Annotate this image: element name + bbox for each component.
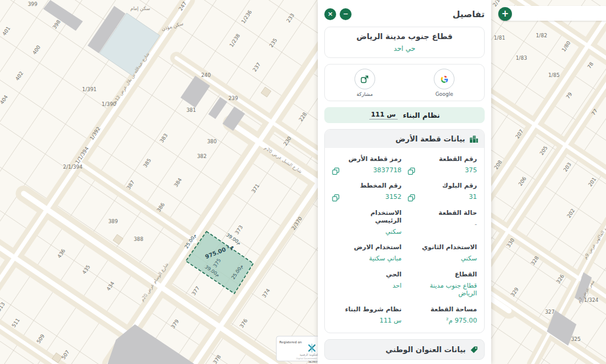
- close-button[interactable]: ×: [324, 8, 336, 20]
- land-field: رقم البلوك 31: [408, 182, 478, 201]
- panel-title: تفاصيل: [453, 9, 485, 19]
- city-icon: [469, 135, 478, 143]
- field-value: 375: [418, 166, 478, 174]
- map-label: 1/324: [584, 297, 599, 303]
- actions-card: Google مشاركة: [324, 64, 485, 101]
- map-label: 1/83: [515, 55, 527, 61]
- field-label: الاستخدام الرئيسي: [343, 209, 402, 224]
- land-field: القطاع قطاع جنوب مدينة الرياض: [408, 270, 478, 298]
- map-label: 399: [28, 1, 37, 7]
- map-label: 381: [186, 107, 196, 113]
- field-value: سكني: [418, 255, 478, 262]
- field-label: نظام شروط البناء: [343, 305, 402, 313]
- region-card: قطاع جنوب مدينة الرياض حي احد: [324, 27, 485, 58]
- land-section-header: بيانات قطعة الأرض: [325, 130, 484, 148]
- field-label: رقم القطعة: [418, 155, 478, 163]
- field-label: الحي: [343, 270, 402, 278]
- google-icon: [440, 75, 449, 84]
- field-value: س 111: [343, 317, 402, 324]
- field-label: الاستخدام الثانوي: [418, 243, 478, 251]
- copy-icon[interactable]: [332, 166, 340, 178]
- map-label: 2/1/394: [63, 164, 83, 170]
- zoom-in-button[interactable]: +: [498, 7, 512, 21]
- svg-text:362RO: 362RO: [308, 360, 318, 363]
- building-system-bar: نظام البناء س 111: [324, 107, 485, 123]
- map-label: 327: [545, 309, 555, 315]
- field-label: رمز قطعة الأرض: [343, 155, 402, 163]
- google-button[interactable]: Google: [405, 69, 485, 97]
- share-label: مشاركة: [357, 91, 373, 97]
- field-value: 31: [418, 193, 478, 201]
- map-label: 382: [197, 153, 207, 159]
- map-label: 240: [201, 72, 211, 78]
- region-title: قطاع جنوب مدينة الرياض: [328, 32, 481, 41]
- district-link[interactable]: حي احد: [328, 44, 481, 53]
- field-label: القطاع: [418, 270, 478, 278]
- svg-text:Registered on: Registered on: [279, 340, 302, 344]
- field-value: -: [418, 220, 478, 228]
- land-section-title: بيانات قطعة الأرض: [395, 134, 465, 143]
- map-label: 1/85: [548, 72, 559, 78]
- minimize-button[interactable]: −: [340, 8, 352, 20]
- land-data-section: بيانات قطعة الأرض رقم القطعة 375 رمز قطع…: [324, 129, 485, 333]
- land-field: الاستخدام الرئيسي سكني: [332, 209, 402, 236]
- field-label: استخدام الارض: [343, 243, 402, 251]
- field-value: سكني: [343, 228, 402, 236]
- copy-icon[interactable]: [408, 193, 415, 204]
- field-value: قطاع جنوب مدينة الرياض: [418, 282, 478, 298]
- land-field: مساحة القطعة 975.00 م²: [408, 305, 478, 324]
- map-label: 1/82: [536, 33, 547, 38]
- google-label: Google: [436, 91, 453, 97]
- land-field: رقم القطعة 375: [408, 155, 478, 174]
- map-label: 389: [108, 218, 118, 224]
- map-label: 388: [134, 236, 143, 242]
- land-field: الحي احد: [332, 270, 402, 298]
- map-label: 1/391: [82, 86, 97, 92]
- field-label: رقم البلوك: [418, 182, 478, 189]
- field-value: 3152: [343, 193, 402, 201]
- share-button[interactable]: مشاركة: [325, 69, 405, 97]
- panel-header: تفاصيل − ×: [324, 5, 485, 23]
- field-value: احد: [343, 282, 402, 289]
- building-system-label: نظام البناء: [403, 111, 440, 120]
- tag-icon: [470, 346, 478, 354]
- map-label: 239: [228, 95, 238, 101]
- map-label: 380: [207, 138, 217, 144]
- field-label: رقم المخطط: [343, 182, 402, 189]
- land-field: الاستخدام الثانوي سكني: [408, 243, 478, 262]
- field-label: حالة القطعة: [418, 209, 478, 217]
- address-section[interactable]: بيانات العنوان الوطني: [324, 339, 485, 360]
- address-section-title: بيانات العنوان الوطني: [386, 345, 466, 354]
- copy-icon[interactable]: [332, 193, 340, 204]
- building-system-link[interactable]: س 111: [369, 111, 398, 120]
- field-label: مساحة القطعة: [418, 305, 478, 313]
- land-fields: رقم القطعة 375 رمز قطعة الأرض 3837718 رق…: [325, 148, 484, 333]
- share-icon: [360, 75, 369, 84]
- land-field: حالة القطعة -: [408, 209, 478, 236]
- land-field: نظام شروط البناء س 111: [332, 305, 402, 324]
- land-field: رقم المخطط 3152: [332, 182, 402, 201]
- land-field: رمز قطعة الأرض 3837718: [332, 155, 402, 174]
- land-field: استخدام الارض مباني سكنية: [332, 243, 402, 262]
- map-label: 1/81: [494, 35, 505, 41]
- top-toolbar: [501, 6, 606, 21]
- app-stage: 975.00 م²37525.00م39.00م39.00م25.00م3993…: [0, 0, 606, 364]
- field-value: 975.00 م²: [418, 317, 478, 324]
- details-panel: تفاصيل − × قطاع جنوب مدينة الرياض حي احد: [318, 0, 491, 364]
- copy-icon[interactable]: [408, 166, 415, 178]
- map-label: سكن إمام: [130, 6, 150, 12]
- field-value: مباني سكنية: [343, 255, 402, 262]
- map-label: 325: [571, 336, 581, 342]
- field-value: 3837718: [343, 166, 402, 174]
- cadastral-map[interactable]: 975.00 م²37525.00م39.00م39.00م25.00م3993…: [0, 0, 606, 364]
